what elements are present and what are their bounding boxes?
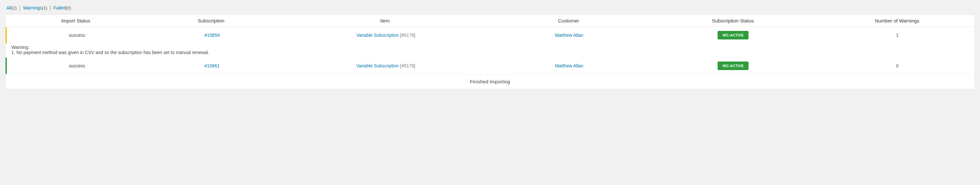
- col-header-import-status: Import Status: [8, 18, 143, 23]
- filter-failed-count: (0): [66, 6, 71, 10]
- warning-line: 1. No payment method was given in CSV an…: [11, 50, 970, 55]
- filter-all-count: (2): [12, 6, 17, 10]
- customer-link[interactable]: Matthew Allan: [555, 32, 583, 38]
- subscription-link[interactable]: #15859: [205, 32, 220, 38]
- col-header-item: Item: [278, 18, 491, 23]
- subscription-link[interactable]: #15861: [205, 63, 220, 68]
- table-row: success #15861 Variable Subscription [#5…: [6, 58, 974, 74]
- col-header-subscription-status: Subscription Status: [646, 18, 820, 23]
- filter-all-link[interactable]: All: [6, 5, 12, 10]
- cell-warning-count: 1: [820, 32, 974, 38]
- col-header-customer: Customer: [491, 18, 646, 23]
- status-badge: WC-ACTIVE: [718, 31, 748, 39]
- filter-failed-link[interactable]: Failed: [54, 5, 66, 10]
- customer-link[interactable]: Matthew Allan: [555, 63, 583, 68]
- item-id: [#5179]: [399, 63, 415, 68]
- item-id: [#5179]: [399, 32, 415, 38]
- status-badge: WC-ACTIVE: [718, 61, 748, 70]
- cell-import-status: success: [10, 63, 145, 68]
- table-row: success #15859 Variable Subscription [#5…: [6, 27, 974, 43]
- cell-warning-count: 0: [820, 63, 974, 68]
- item-link[interactable]: Variable Subscription: [356, 63, 399, 68]
- warning-details: Warning: 1. No payment method was given …: [6, 43, 974, 58]
- import-results-table: Import Status Subscription Item Customer…: [5, 14, 975, 89]
- col-header-subscription: Subscription: [143, 18, 279, 23]
- warning-title: Warning:: [11, 45, 970, 50]
- filter-sep-1: |: [18, 5, 23, 10]
- filter-warnings-link[interactable]: Warnings: [23, 5, 42, 10]
- footer-status: Finished Importing: [6, 74, 974, 89]
- filter-sep-2: |: [48, 5, 54, 10]
- item-link[interactable]: Variable Subscription: [356, 32, 399, 38]
- filter-bar: All(2) | Warnings(1) | Failed(0): [6, 5, 975, 10]
- table-header-row: Import Status Subscription Item Customer…: [6, 14, 974, 27]
- col-header-warnings: Number of Warnings: [820, 18, 974, 23]
- cell-import-status: success: [10, 32, 145, 38]
- filter-warnings-count: (1): [42, 6, 48, 10]
